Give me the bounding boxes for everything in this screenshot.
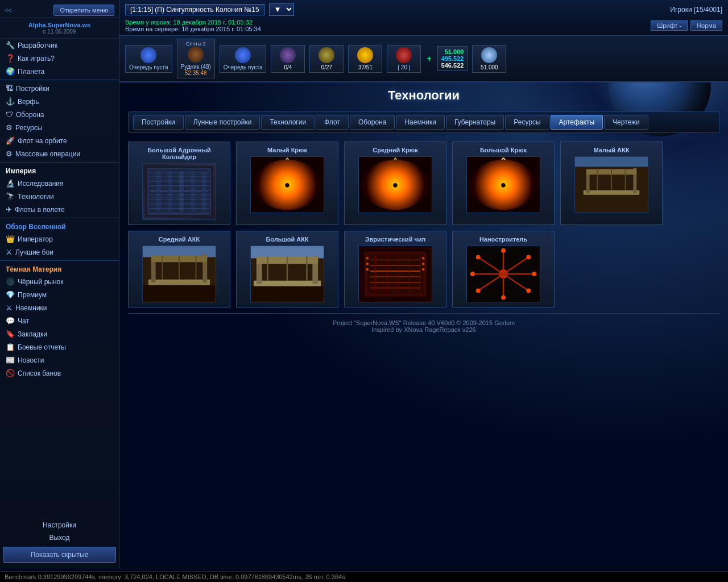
divider-4 bbox=[0, 260, 119, 261]
tab-fleet[interactable]: Флот bbox=[316, 115, 349, 130]
sidebar-item-buildings[interactable]: 🏗 Постройки bbox=[0, 82, 119, 95]
settings-link[interactable]: Настройки bbox=[3, 519, 116, 531]
tab-buildings[interactable]: Постройки bbox=[133, 115, 184, 130]
show-hidden-button[interactable]: Показать скрытые bbox=[3, 547, 116, 563]
artifact-card-small-akk[interactable]: Малый АКК bbox=[560, 142, 663, 225]
artifact-card-big-akk[interactable]: Большой АКК bbox=[236, 231, 338, 307]
sidebar-item-best-fights[interactable]: ⚔ Лучшие бои bbox=[0, 246, 119, 259]
svg-rect-10 bbox=[168, 172, 172, 211]
collapse-arrows-icon[interactable]: << bbox=[5, 7, 12, 14]
sidebar-item-news[interactable]: 📰 Новости bbox=[0, 354, 119, 367]
svg-line-32 bbox=[519, 185, 531, 189]
svg-line-26 bbox=[369, 182, 379, 185]
tab-moon-buildings[interactable]: Лунные постройки bbox=[185, 115, 260, 130]
sidebar-item-emperor[interactable]: 👑 Император bbox=[0, 232, 119, 246]
tab-governors[interactable]: Губернаторы bbox=[446, 115, 504, 130]
time-info: Время у игрока: 18 декабря 2015 г. 01:05… bbox=[125, 19, 261, 32]
sidebar-item-black-market[interactable]: 🌑 Чёрный рынок bbox=[0, 275, 119, 288]
sidebar-item-planet[interactable]: 🌍 Планета bbox=[0, 65, 119, 78]
fleet-res-value: 0/4 bbox=[284, 64, 292, 70]
sidebar-item-chat[interactable]: 💬 Чат bbox=[0, 314, 119, 327]
sidebar-item-label-planet: Планета bbox=[18, 68, 44, 76]
artifact-card-mid-hook[interactable]: Средний Крюк bbox=[344, 142, 446, 225]
tab-artifacts[interactable]: Артефакты bbox=[551, 115, 603, 130]
sidebar-item-label-bookmarks: Закладки bbox=[18, 330, 47, 338]
artifact-card-heur-chip[interactable]: Эвристический чип bbox=[344, 231, 446, 307]
artifact-name-nano-builder: Наностроитель bbox=[479, 236, 527, 243]
sidebar-item-howtoplay[interactable]: ❓ Как играть? bbox=[0, 52, 119, 65]
font-minus-button[interactable]: Шрифт - bbox=[651, 20, 688, 31]
fleet-ships-icon bbox=[318, 47, 334, 63]
resources-bar: Очередь пуста Слоты 2 Рудник (48) 52:35:… bbox=[119, 36, 728, 82]
mine-label: Рудник (48) bbox=[181, 64, 211, 70]
svg-rect-83 bbox=[422, 268, 424, 271]
sidebar-item-mercs[interactable]: ⚔ Наемники bbox=[0, 301, 119, 314]
artifact-card-big-hook[interactable]: Большой Крюк bbox=[452, 142, 555, 225]
artifact-card-big-collider[interactable]: Большой Адронный Коллайдер bbox=[128, 142, 230, 225]
colony-name: [1:1:15] (П) Сингулярность Колония №15 bbox=[125, 4, 264, 15]
resource-item-queue2[interactable]: Очередь пуста bbox=[220, 45, 267, 73]
resource-item-messages[interactable]: [ 20 ] bbox=[387, 45, 421, 73]
buildings-icon: 🏗 bbox=[6, 84, 13, 93]
sidebar-item-label-emperor: Император bbox=[18, 235, 53, 243]
logout-link[interactable]: Выход bbox=[3, 531, 116, 544]
resource-item-mine[interactable]: Слоты 2 Рудник (48) 52:35:48 bbox=[177, 39, 215, 78]
normal-font-button[interactable]: Норма bbox=[690, 20, 722, 31]
airplane-icon: ✈ bbox=[6, 205, 12, 214]
players-count: Игроки [15/4001] bbox=[670, 6, 722, 14]
sidebar-item-battle-reports[interactable]: 📋 Боевые отчеты bbox=[0, 340, 119, 354]
artifact-card-nano-builder[interactable]: Наностроитель bbox=[452, 231, 555, 307]
sidebar-item-tech[interactable]: 🔭 Технологии bbox=[0, 190, 119, 203]
planet-icon: 🌍 bbox=[6, 67, 15, 76]
sidebar-item-shipyard[interactable]: ⚓ Верфь bbox=[0, 95, 119, 108]
artifact-img-mid-hook bbox=[358, 156, 432, 213]
resource-item-planets[interactable]: 37/51 bbox=[348, 45, 382, 73]
tab-blueprints[interactable]: Чертежи bbox=[604, 115, 648, 130]
artifact-card-mid-akk[interactable]: Средний АКК bbox=[128, 231, 230, 307]
svg-rect-80 bbox=[366, 268, 369, 271]
svg-point-94 bbox=[476, 255, 481, 260]
sidebar-item-premium[interactable]: 💎 Премиум bbox=[0, 288, 119, 301]
divider-1 bbox=[0, 80, 119, 80]
main-content: [1:1:15] (П) Сингулярность Колония №15 ▼… bbox=[119, 0, 728, 568]
sidebar-item-research[interactable]: 🔬 Исследования bbox=[0, 177, 119, 190]
artifact-name-small-hook: Малый Крюк bbox=[267, 147, 307, 153]
tab-defense[interactable]: Оборона bbox=[350, 115, 395, 130]
sidebar-item-label-best-fights: Лучшие бои bbox=[15, 248, 53, 256]
resource-item-queue1[interactable]: Очередь пуста bbox=[125, 45, 172, 73]
svg-rect-79 bbox=[366, 263, 369, 265]
artifacts-grid: Большой Адронный Коллайдер bbox=[128, 142, 719, 307]
sidebar-item-fleets-flight[interactable]: ✈ Флоты в полете bbox=[0, 203, 119, 216]
artifact-name-small-akk: Малый АКК bbox=[594, 147, 630, 153]
artifact-img-heur-chip bbox=[358, 246, 432, 302]
user-date: с 11.06.2009 bbox=[3, 28, 116, 35]
sidebar-item-label-premium: Премиум bbox=[18, 291, 47, 299]
svg-line-23 bbox=[390, 158, 395, 168]
resource-item-fleet-ships[interactable]: 0/27 bbox=[309, 45, 344, 73]
resource-item-fleet-res[interactable]: 0/4 bbox=[271, 45, 305, 73]
sidebar-item-bookmarks[interactable]: 🔖 Закладки bbox=[0, 327, 119, 340]
open-menu-button[interactable]: Открепить меню bbox=[53, 5, 114, 16]
sidebar-item-fleet-orbit[interactable]: 🚀 Флот на орбите bbox=[0, 134, 119, 147]
svg-rect-78 bbox=[366, 257, 369, 259]
time-row: Время у игрока: 18 декабря 2015 г. 01:05… bbox=[125, 19, 722, 32]
sidebar-item-developer[interactable]: 🔧 Разработчик bbox=[0, 39, 119, 52]
tab-resources[interactable]: Ресурсы bbox=[505, 115, 549, 130]
svg-point-29 bbox=[477, 158, 531, 212]
tab-mercs[interactable]: Наемники bbox=[396, 115, 445, 130]
colony-dropdown[interactable]: ▼ bbox=[269, 3, 294, 16]
artifact-img-big-akk bbox=[250, 246, 324, 302]
res-num-white: 546.522 bbox=[441, 62, 464, 69]
crown-icon: 👑 bbox=[6, 235, 15, 243]
resource-item-crystal[interactable]: 51.000 bbox=[472, 45, 506, 73]
section-dark: Тёмная Материя bbox=[0, 263, 119, 275]
tab-tech[interactable]: Технологии bbox=[261, 115, 315, 130]
svg-rect-0 bbox=[145, 166, 213, 217]
sidebar-item-resources[interactable]: ⚙ Ресурсы bbox=[0, 121, 119, 134]
sidebar-item-mass-ops[interactable]: ⚙ Массовые операции bbox=[0, 147, 119, 160]
artifact-name-big-collider: Большой Адронный Коллайдер bbox=[133, 147, 225, 160]
artifact-card-small-hook[interactable]: Малый Крюк bbox=[236, 142, 338, 225]
sidebar-item-ban-list[interactable]: 🚫 Список банов bbox=[0, 367, 119, 380]
artifact-img-small-hook bbox=[250, 156, 324, 213]
sidebar-item-defense[interactable]: 🛡 Оборона bbox=[0, 108, 119, 121]
